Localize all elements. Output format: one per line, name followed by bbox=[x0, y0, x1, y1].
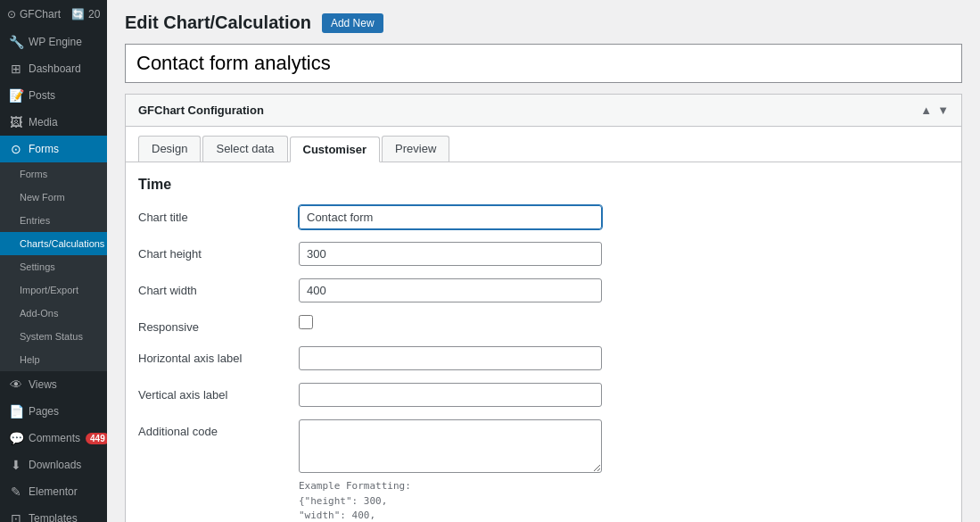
sidebar-item-views[interactable]: 👁 Views bbox=[0, 371, 107, 398]
page-title: Edit Chart/Calculation bbox=[125, 12, 311, 33]
config-collapse-icons[interactable]: ▲ ▼ bbox=[920, 104, 949, 117]
config-panel-header: GFChart Configuration ▲ ▼ bbox=[126, 95, 961, 127]
sidebar-item-pages[interactable]: 📄 Pages bbox=[0, 398, 107, 425]
elementor-icon: ✎ bbox=[9, 485, 23, 499]
sidebar-item-posts[interactable]: 📝 Posts bbox=[0, 82, 107, 109]
config-panel: GFChart Configuration ▲ ▼ Design Select … bbox=[125, 94, 962, 522]
wp-engine-icon: 🔧 bbox=[9, 35, 23, 49]
updates-link[interactable]: 🔄 20 bbox=[71, 8, 100, 21]
additional-code-control: Example Formatting: {"height": 300,"widt… bbox=[299, 419, 602, 522]
forms-icon: ⊙ bbox=[9, 142, 23, 156]
sidebar-item-entries[interactable]: Entries bbox=[0, 209, 107, 232]
vertical-axis-row: Vertical axis label bbox=[138, 383, 949, 407]
chart-height-label: Chart height bbox=[138, 242, 299, 261]
main-content: Edit Chart/Calculation Add New GFChart C… bbox=[107, 0, 980, 522]
chart-title-row: Chart title bbox=[138, 205, 949, 229]
collapse-down-icon[interactable]: ▼ bbox=[937, 104, 949, 117]
vertical-axis-input[interactable] bbox=[299, 383, 602, 407]
example-code-text: {"height": 300,"width": 400,"backgroundC… bbox=[299, 495, 458, 523]
responsive-control bbox=[299, 315, 602, 332]
views-icon: 👁 bbox=[9, 377, 23, 392]
sidebar-item-forms[interactable]: ⊙ Forms bbox=[0, 136, 107, 162]
chart-title-label: Chart title bbox=[138, 205, 299, 224]
additional-code-textarea[interactable] bbox=[299, 419, 602, 473]
site-name-link[interactable]: ⊙ GFChart bbox=[7, 8, 61, 21]
sidebar-item-settings[interactable]: Settings bbox=[0, 255, 107, 278]
pages-icon: 📄 bbox=[9, 404, 23, 418]
sidebar-item-templates[interactable]: ⊡ Templates bbox=[0, 505, 107, 522]
posts-icon: 📝 bbox=[9, 88, 23, 103]
chart-title-control bbox=[299, 205, 602, 229]
media-icon: 🖼 bbox=[9, 115, 23, 129]
config-panel-title: GFChart Configuration bbox=[138, 104, 264, 117]
downloads-icon: ⬇ bbox=[9, 458, 23, 472]
chart-height-control bbox=[299, 242, 602, 266]
sidebar-item-comments[interactable]: 💬 Comments 449 bbox=[0, 425, 107, 452]
sidebar: ⊙ GFChart 🔄 20 💬 449 + New 📊 Insights 7 … bbox=[0, 0, 107, 522]
responsive-checkbox[interactable] bbox=[299, 315, 313, 329]
sidebar-item-forms-forms[interactable]: Forms bbox=[0, 162, 107, 186]
tab-preview[interactable]: Preview bbox=[382, 136, 449, 162]
collapse-up-icon[interactable]: ▲ bbox=[920, 104, 932, 117]
horizontal-axis-control bbox=[299, 346, 602, 370]
additional-code-label: Additional code bbox=[138, 419, 299, 438]
responsive-row: Responsive bbox=[138, 315, 949, 334]
config-tabs: Design Select data Customiser Preview bbox=[126, 127, 961, 162]
sidebar-item-downloads[interactable]: ⬇ Downloads bbox=[0, 452, 107, 478]
updates-icon: 🔄 bbox=[71, 8, 85, 21]
sidebar-item-help[interactable]: Help bbox=[0, 348, 107, 371]
sidebar-item-media[interactable]: 🖼 Media bbox=[0, 109, 107, 136]
tab-customiser-content: Time Chart title Chart height bbox=[126, 162, 961, 522]
sidebar-item-wp-engine[interactable]: 🔧 WP Engine bbox=[0, 29, 107, 55]
sidebar-item-add-ons[interactable]: Add-Ons bbox=[0, 302, 107, 325]
tab-design[interactable]: Design bbox=[138, 136, 201, 162]
chart-width-control bbox=[299, 278, 602, 302]
chart-height-row: Chart height bbox=[138, 242, 949, 266]
page-title-bar: Edit Chart/Calculation Add New bbox=[125, 12, 962, 33]
sidebar-item-dashboard[interactable]: ⊞ Dashboard bbox=[0, 55, 107, 82]
example-code-block: Example Formatting: {"height": 300,"widt… bbox=[299, 479, 602, 522]
dashboard-icon: ⊞ bbox=[9, 62, 23, 76]
tab-customiser[interactable]: Customiser bbox=[290, 137, 381, 162]
chart-analytics-title-input[interactable] bbox=[125, 44, 962, 83]
horizontal-axis-row: Horizontal axis label bbox=[138, 346, 949, 370]
comments-nav-icon: 💬 bbox=[9, 431, 23, 445]
sidebar-item-import-export[interactable]: Import/Export bbox=[0, 278, 107, 302]
sidebar-item-elementor[interactable]: ✎ Elementor bbox=[0, 478, 107, 505]
comments-nav-badge: 449 bbox=[86, 433, 107, 444]
customiser-section-title: Time bbox=[138, 177, 949, 193]
sidebar-item-charts-calculations[interactable]: Charts/Calculations bbox=[0, 232, 107, 255]
chart-height-input[interactable] bbox=[299, 242, 602, 266]
chart-width-row: Chart width bbox=[138, 278, 949, 302]
additional-code-row: Additional code Example Formatting: {"he… bbox=[138, 419, 949, 522]
sidebar-topbar: ⊙ GFChart 🔄 20 💬 449 + New 📊 Insights 7 bbox=[0, 0, 107, 29]
chart-width-label: Chart width bbox=[138, 278, 299, 297]
sidebar-item-new-form[interactable]: New Form bbox=[0, 186, 107, 209]
responsive-label: Responsive bbox=[138, 315, 299, 334]
add-new-button[interactable]: Add New bbox=[322, 13, 383, 33]
chart-width-input[interactable] bbox=[299, 278, 602, 302]
horizontal-axis-input[interactable] bbox=[299, 346, 602, 370]
tab-select-data[interactable]: Select data bbox=[202, 136, 287, 162]
vertical-axis-label: Vertical axis label bbox=[138, 383, 299, 402]
templates-icon: ⊡ bbox=[9, 511, 23, 522]
chart-title-input[interactable] bbox=[299, 205, 602, 229]
sidebar-nav: 🔧 WP Engine ⊞ Dashboard 📝 Posts 🖼 Media … bbox=[0, 29, 107, 522]
content-area: Edit Chart/Calculation Add New GFChart C… bbox=[107, 0, 980, 522]
forms-submenu: Forms New Form Entries Charts/Calculatio… bbox=[0, 162, 107, 371]
horizontal-axis-label: Horizontal axis label bbox=[138, 346, 299, 365]
sidebar-item-system-status[interactable]: System Status bbox=[0, 325, 107, 348]
vertical-axis-control bbox=[299, 383, 602, 407]
wp-icon: ⊙ bbox=[7, 8, 16, 21]
